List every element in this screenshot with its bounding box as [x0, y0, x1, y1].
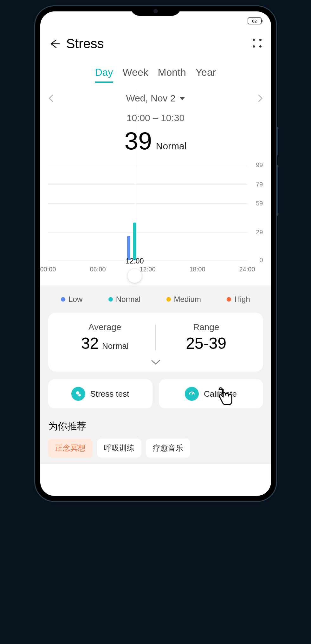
- x-tick: 18:00: [189, 266, 205, 273]
- x-tick: 12:00: [139, 266, 155, 273]
- tab-week[interactable]: Week: [123, 67, 148, 83]
- svg-point-1: [78, 394, 81, 396]
- average-status: Normal: [102, 341, 129, 351]
- reading-value: 39: [125, 127, 152, 155]
- date-label: Wed, Nov 2: [126, 93, 175, 104]
- tab-day[interactable]: Day: [95, 67, 113, 83]
- calibrate-button[interactable]: Calibrate: [159, 379, 263, 408]
- timeline-handle[interactable]: [128, 269, 142, 283]
- chart-bar: [133, 223, 136, 260]
- average-stat: Average 32 Normal: [55, 322, 156, 353]
- back-arrow-icon[interactable]: [49, 38, 60, 49]
- recommend-chip[interactable]: 正念冥想: [48, 439, 93, 458]
- x-tick: 24:00: [239, 266, 255, 273]
- reading-status: Normal: [156, 141, 187, 151]
- header: Stress: [40, 27, 271, 57]
- range-label: Range: [156, 322, 257, 332]
- x-tick: 06:00: [90, 266, 106, 273]
- stress-test-label: Stress test: [90, 389, 129, 399]
- y-tick: 79: [256, 180, 263, 188]
- average-label: Average: [55, 322, 156, 332]
- timeline: 00:0006:0012:0018:0024:0012:00: [48, 260, 263, 285]
- phone-frame: 62 Stress DayWeekMonthYear Wed, Nov 2: [35, 6, 276, 501]
- average-value: 32: [81, 335, 99, 352]
- time-range-label: 10:00 – 10:30: [40, 113, 271, 123]
- recommend-section: 为你推荐 正念冥想呼吸训练疗愈音乐: [48, 420, 263, 458]
- selected-time-label: 12:00: [126, 257, 144, 265]
- recommend-title: 为你推荐: [48, 420, 263, 433]
- page-title: Stress: [66, 36, 253, 51]
- legend-item: Normal: [108, 295, 140, 304]
- tab-year[interactable]: Year: [196, 67, 216, 83]
- legend-item: High: [227, 295, 250, 304]
- next-day-icon[interactable]: [255, 94, 265, 103]
- battery-level: 62: [252, 19, 256, 23]
- prev-day-icon[interactable]: [47, 94, 56, 103]
- x-tick: 00:00: [40, 266, 56, 273]
- battery-indicator: 62: [248, 17, 262, 24]
- chart-bar: [127, 236, 130, 260]
- screen: 62 Stress DayWeekMonthYear Wed, Nov 2: [40, 11, 271, 496]
- y-tick: 99: [256, 161, 263, 169]
- svg-point-0: [76, 391, 79, 394]
- caret-down-icon: [179, 97, 185, 100]
- legend-item: Medium: [166, 295, 201, 304]
- tab-month[interactable]: Month: [158, 67, 186, 83]
- legend-item: Low: [61, 295, 82, 304]
- stress-test-button[interactable]: Stress test: [48, 379, 152, 408]
- recommend-chip[interactable]: 疗愈音乐: [146, 439, 190, 458]
- calibrate-icon: [185, 387, 199, 401]
- range-value: 25-39: [156, 334, 257, 353]
- stats-card: Average 32 Normal Range 25-39: [48, 313, 263, 372]
- recommend-chip[interactable]: 呼吸训练: [97, 439, 141, 458]
- date-navigator: Wed, Nov 2: [40, 86, 271, 106]
- stress-chart: 029597999: [48, 165, 263, 260]
- expand-stats-icon[interactable]: [55, 360, 257, 367]
- period-tabs: DayWeekMonthYear: [40, 57, 271, 86]
- calibrate-label: Calibrate: [204, 389, 237, 399]
- status-bar: 62: [40, 15, 271, 27]
- y-tick: 29: [256, 229, 263, 236]
- stress-test-icon: [71, 387, 85, 401]
- current-reading: 39 Normal: [40, 127, 271, 155]
- y-tick: 59: [256, 200, 263, 207]
- legend: LowNormalMediumHigh: [48, 295, 263, 304]
- more-menu-icon[interactable]: [253, 39, 263, 49]
- range-stat: Range 25-39: [156, 322, 257, 353]
- action-buttons: Stress test Calibrate: [48, 379, 263, 408]
- svg-line-2: [192, 393, 193, 394]
